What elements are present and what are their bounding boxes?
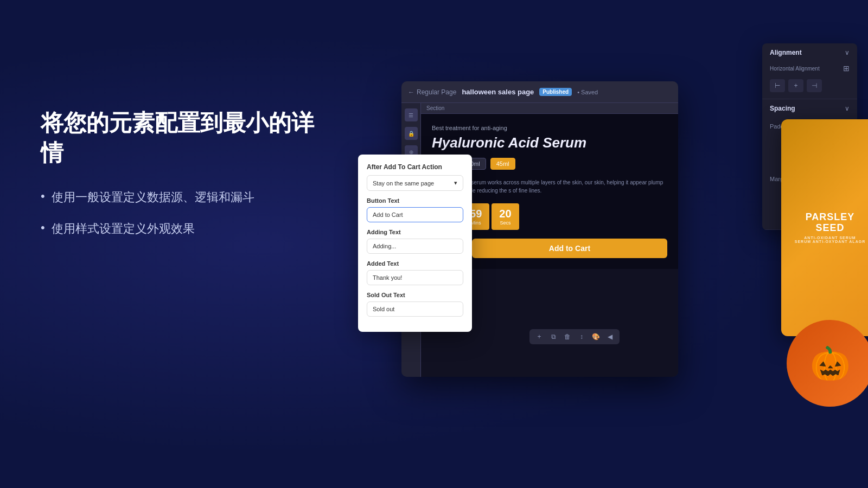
toolbar-arrow-icon[interactable]: ◀ bbox=[604, 331, 615, 342]
toolbar-paint-icon[interactable]: 🎨 bbox=[590, 331, 601, 342]
dropdown-chevron-icon: ▾ bbox=[454, 179, 457, 187]
toolbar-delete-icon[interactable]: 🗑 bbox=[562, 331, 573, 342]
sidebar-lock-icon[interactable]: 🔒 bbox=[405, 127, 418, 140]
product-subtitle: Best treatment for anti-aging bbox=[432, 125, 667, 131]
back-text: Regular Page bbox=[417, 88, 456, 96]
serum-subtitle: ANTI-OXIDANT SERUMSERUM ANTI-OXYDANT ALA… bbox=[795, 236, 865, 243]
product-title: Hyaluronic Acid Serum bbox=[432, 134, 667, 151]
action-dropdown[interactable]: Stay on the same page ▾ bbox=[367, 175, 463, 191]
added-text-label: Added Text bbox=[367, 260, 463, 267]
toolbar-add-icon[interactable]: + bbox=[534, 331, 545, 342]
sold-out-text-input[interactable] bbox=[367, 301, 463, 317]
serum-name: PARSLEYSEED bbox=[806, 212, 855, 234]
editor-topbar: ← Regular Page halloween sales page Publ… bbox=[401, 81, 678, 103]
page-title: halloween sales page bbox=[462, 88, 534, 96]
button-text-label: Button Text bbox=[367, 197, 463, 204]
back-arrow-icon: ← bbox=[408, 88, 414, 96]
product-image-decoration: PARSLEYSEED ANTI-OXIDANT SERUMSERUM ANTI… bbox=[760, 54, 868, 434]
add-to-cart-button[interactable]: Add to Cart bbox=[472, 239, 667, 258]
toolbar-copy-icon[interactable]: ⧉ bbox=[548, 331, 559, 342]
adding-text-label: Adding Text bbox=[367, 229, 463, 235]
secs-label: Secs bbox=[499, 220, 511, 226]
size-45ml[interactable]: 45ml bbox=[490, 158, 515, 170]
button-text-input[interactable] bbox=[367, 207, 463, 222]
serum-bottle: PARSLEYSEED ANTI-OXIDANT SERUMSERUM ANTI… bbox=[781, 119, 868, 336]
dropdown-value: Stay on the same page bbox=[373, 180, 434, 187]
main-title: 将您的元素配置到最小的详情 bbox=[41, 108, 323, 168]
saved-indicator: • Saved bbox=[577, 89, 598, 95]
section-label: Section bbox=[421, 103, 678, 114]
added-text-input[interactable] bbox=[367, 270, 463, 285]
toolbar-move-icon[interactable]: ↕ bbox=[576, 331, 587, 342]
bullet-item-1: 使用一般设置定义数据源、逻辑和漏斗 bbox=[41, 189, 323, 206]
bullet-list: 使用一般设置定义数据源、逻辑和漏斗 使用样式设置定义外观效果 bbox=[41, 189, 323, 237]
sidebar-layers-icon[interactable]: ☰ bbox=[405, 108, 418, 121]
published-badge: Published bbox=[539, 88, 572, 96]
adding-text-input[interactable] bbox=[367, 239, 463, 254]
left-content: 将您的元素配置到最小的详情 使用一般设置定义数据源、逻辑和漏斗 使用样式设置定义… bbox=[41, 108, 323, 252]
secs-value: 20 bbox=[499, 208, 511, 220]
element-toolbar: + ⧉ 🗑 ↕ 🎨 ◀ bbox=[529, 329, 620, 344]
secs-unit: 20 Secs bbox=[492, 203, 519, 230]
sold-out-text-label: Sold Out Text bbox=[367, 292, 463, 298]
pumpkin-decoration: 🎃 bbox=[787, 320, 868, 407]
popup-modal: After Add To Cart Action Stay on the sam… bbox=[358, 155, 472, 332]
popup-title: After Add To Cart Action bbox=[367, 163, 463, 171]
back-button[interactable]: ← Regular Page bbox=[408, 88, 456, 96]
bullet-item-2: 使用样式设置定义外观效果 bbox=[41, 221, 323, 237]
